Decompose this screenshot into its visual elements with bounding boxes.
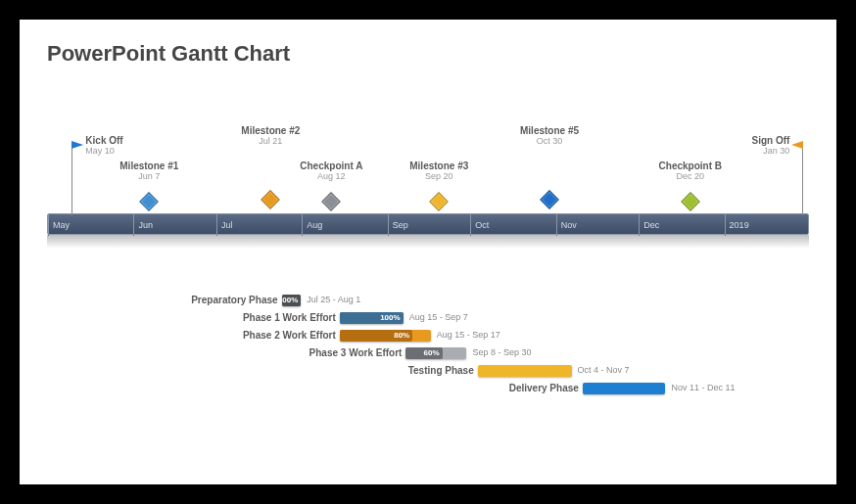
slide: PowerPoint Gantt Chart MayJunJulAugSepOc… — [20, 20, 836, 484]
diamond-icon — [681, 192, 700, 211]
task-dates: Aug 15 - Sep 7 — [409, 312, 468, 322]
milestone: Milestone #3Sep 20 — [385, 160, 493, 208]
axis-tick: Jun — [133, 214, 153, 236]
flag-pole — [71, 145, 72, 215]
flag-icon — [789, 141, 803, 153]
flag-text: Kick OffMay 10 — [85, 135, 122, 156]
milestone-date: Oct 30 — [496, 136, 603, 146]
task-percent: 80% — [394, 331, 409, 340]
milestone-label: Sign Off — [751, 135, 789, 146]
milestone-date: Aug 12 — [277, 171, 385, 181]
task-percent: 60% — [424, 348, 440, 357]
flag-pole — [802, 145, 803, 215]
task-label: Testing Phase — [47, 365, 474, 376]
axis-shadow — [47, 235, 809, 249]
diamond-icon — [540, 190, 559, 209]
milestone-label: Milestone #3 — [385, 160, 493, 171]
milestone-date: Jun 7 — [95, 171, 203, 181]
flag-text: Sign OffJan 30 — [751, 135, 789, 156]
task-label: Phase 2 Work Effort — [47, 330, 336, 341]
milestone-date: May 10 — [85, 146, 122, 156]
diamond-icon — [321, 192, 341, 211]
task-bar — [583, 383, 666, 394]
milestone-label: Kick Off — [85, 135, 122, 146]
task-dates: Aug 15 - Sep 17 — [437, 330, 500, 340]
flag-icon — [71, 141, 85, 153]
milestone: Milestone #5Oct 30 — [496, 125, 603, 206]
milestone: Checkpoint AAug 12 — [277, 160, 385, 208]
task-bar: 60% — [405, 347, 466, 359]
axis-tick: Jul — [216, 214, 233, 236]
task-progress: 80% — [340, 330, 412, 342]
milestone-date: Dec 20 — [637, 171, 744, 181]
milestone: Checkpoint BDec 20 — [637, 160, 744, 208]
task-percent: 100% — [380, 313, 400, 322]
milestone-date: Sep 20 — [385, 171, 493, 181]
task-dates: Sep 8 - Sep 30 — [472, 347, 531, 357]
task-label: Phase 1 Work Effort — [47, 312, 336, 323]
milestone-label: Checkpoint B — [637, 160, 744, 171]
milestone-label: Checkpoint A — [277, 160, 385, 171]
task-bar: 100% — [282, 295, 302, 306]
timeline-axis: MayJunJulAugSepOctNovDec2019 — [47, 213, 809, 235]
milestone: Milestone #1Jun 7 — [95, 160, 203, 208]
milestone-date: Jul 21 — [216, 136, 324, 146]
task-label: Delivery Phase — [47, 383, 579, 393]
task-dates: Jul 25 - Aug 1 — [307, 295, 360, 304]
task-progress: 60% — [405, 347, 442, 359]
milestone-date: Jan 30 — [751, 146, 789, 156]
axis-tick: May — [48, 214, 70, 236]
task-row: Testing PhaseOct 4 - Nov 7 — [47, 364, 809, 382]
page-title: PowerPoint Gantt Chart — [47, 41, 809, 67]
task-label: Preparatory Phase — [47, 295, 278, 305]
milestone-label: Milestone #5 — [496, 125, 603, 136]
task-row: Phase 2 Work Effort80%Aug 15 - Sep 17 — [47, 329, 809, 346]
axis-tick: Dec — [639, 214, 659, 236]
diamond-icon — [139, 192, 159, 211]
task-progress: 100% — [340, 312, 404, 324]
diamond-icon — [429, 192, 449, 211]
axis-tick: Oct — [470, 214, 489, 236]
task-bar: 100% — [340, 312, 404, 324]
task-row: Phase 1 Work Effort100%Aug 15 - Sep 7 — [47, 311, 809, 329]
task-dates: Nov 11 - Dec 11 — [671, 383, 735, 392]
task-progress: 100% — [282, 295, 302, 306]
axis-tick: Sep — [388, 214, 408, 236]
task-row: Delivery PhaseNov 11 - Dec 11 — [47, 382, 809, 399]
axis-tick: Nov — [556, 214, 577, 236]
task-dates: Oct 4 - Nov 7 — [578, 365, 630, 375]
task-row: Phase 3 Work Effort60%Sep 8 - Sep 30 — [47, 346, 809, 364]
task-bar: 80% — [340, 330, 431, 342]
timeline: MayJunJulAugSepOctNovDec2019 Kick OffMay… — [47, 125, 809, 252]
task-bar — [478, 365, 572, 377]
task-row: Preparatory Phase100%Jul 25 - Aug 1 — [47, 294, 809, 311]
task-rows: Preparatory Phase100%Jul 25 - Aug 1Phase… — [47, 294, 809, 399]
task-percent: 100% — [278, 296, 298, 304]
milestone-label: Milestone #2 — [216, 125, 324, 136]
milestone-label: Milestone #1 — [95, 160, 203, 171]
task-label: Phase 3 Work Effort — [47, 347, 402, 358]
axis-tick: 2019 — [725, 214, 749, 236]
axis-tick: Aug — [302, 214, 322, 236]
